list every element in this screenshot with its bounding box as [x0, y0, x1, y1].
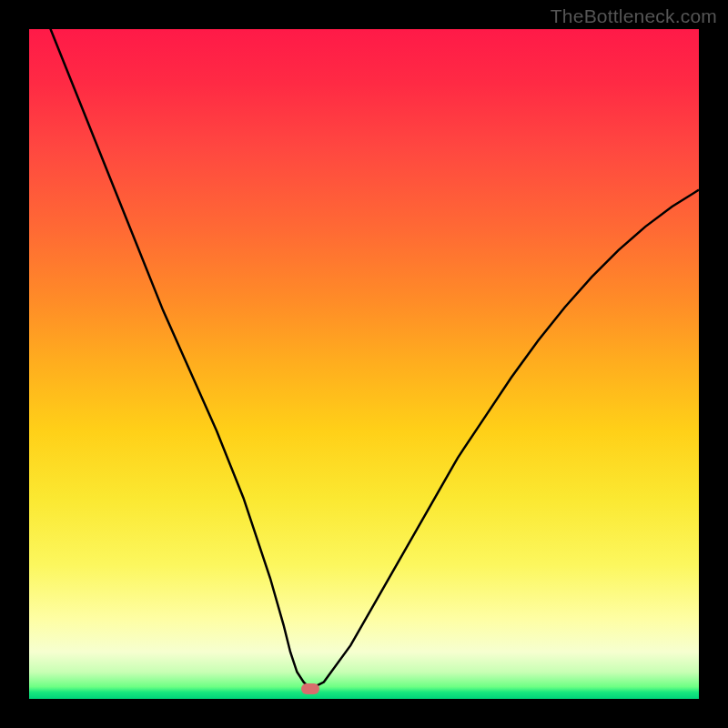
watermark-text: TheBottleneck.com	[551, 5, 717, 27]
curve-layer	[29, 29, 699, 699]
bottleneck-curve	[29, 29, 699, 689]
plot-area	[29, 29, 699, 699]
chart-frame: TheBottleneck.com	[0, 0, 728, 728]
optimal-point-marker	[301, 683, 319, 694]
